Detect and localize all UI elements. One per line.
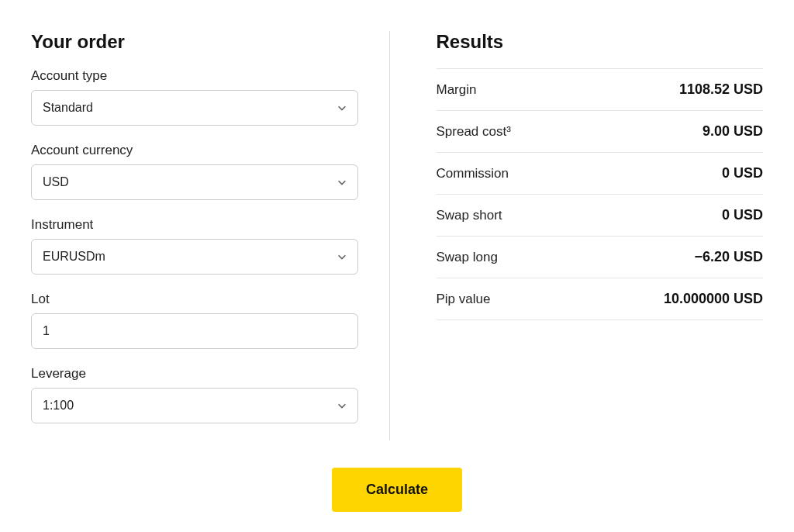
- result-value: 0 USD: [722, 207, 763, 223]
- result-label: Swap long: [437, 250, 498, 265]
- result-value: −6.20 USD: [694, 249, 763, 265]
- account-currency-value: USD: [43, 175, 326, 189]
- order-panel: Your order Account type Standard Account…: [31, 31, 390, 440]
- result-label: Swap short: [437, 208, 502, 223]
- result-row: Swap short 0 USD: [437, 195, 764, 237]
- result-row: Spread cost³ 9.00 USD: [437, 111, 764, 153]
- results-title: Results: [437, 31, 764, 53]
- result-row: Commission 0 USD: [437, 153, 764, 195]
- instrument-label: Instrument: [31, 217, 358, 233]
- result-value: 10.000000 USD: [664, 291, 763, 307]
- lot-label: Lot: [31, 292, 358, 307]
- account-currency-select[interactable]: USD: [31, 164, 358, 200]
- result-value: 9.00 USD: [703, 123, 763, 140]
- result-label: Pip value: [437, 292, 491, 307]
- lot-input[interactable]: [31, 313, 358, 349]
- result-label: Spread cost³: [437, 124, 511, 140]
- account-type-label: Account type: [31, 68, 358, 84]
- result-value: 0 USD: [722, 165, 763, 181]
- result-row: Swap long −6.20 USD: [437, 237, 764, 278]
- result-label: Margin: [437, 82, 477, 98]
- result-label: Commission: [437, 166, 509, 181]
- result-value: 1108.52 USD: [679, 81, 763, 98]
- calculate-button[interactable]: Calculate: [332, 468, 462, 512]
- account-type-value: Standard: [43, 101, 326, 115]
- account-currency-label: Account currency: [31, 143, 358, 158]
- account-type-select[interactable]: Standard: [31, 90, 358, 126]
- result-row: Pip value 10.000000 USD: [437, 278, 764, 320]
- leverage-select[interactable]: 1:100: [31, 388, 358, 423]
- order-title: Your order: [31, 31, 358, 53]
- leverage-label: Leverage: [31, 366, 358, 382]
- instrument-value: EURUSDm: [43, 250, 326, 264]
- leverage-value: 1:100: [43, 399, 326, 413]
- instrument-select[interactable]: EURUSDm: [31, 239, 358, 275]
- results-panel: Results Margin 1108.52 USD Spread cost³ …: [437, 31, 764, 440]
- result-row: Margin 1108.52 USD: [437, 69, 764, 111]
- results-list: Margin 1108.52 USD Spread cost³ 9.00 USD…: [437, 68, 764, 320]
